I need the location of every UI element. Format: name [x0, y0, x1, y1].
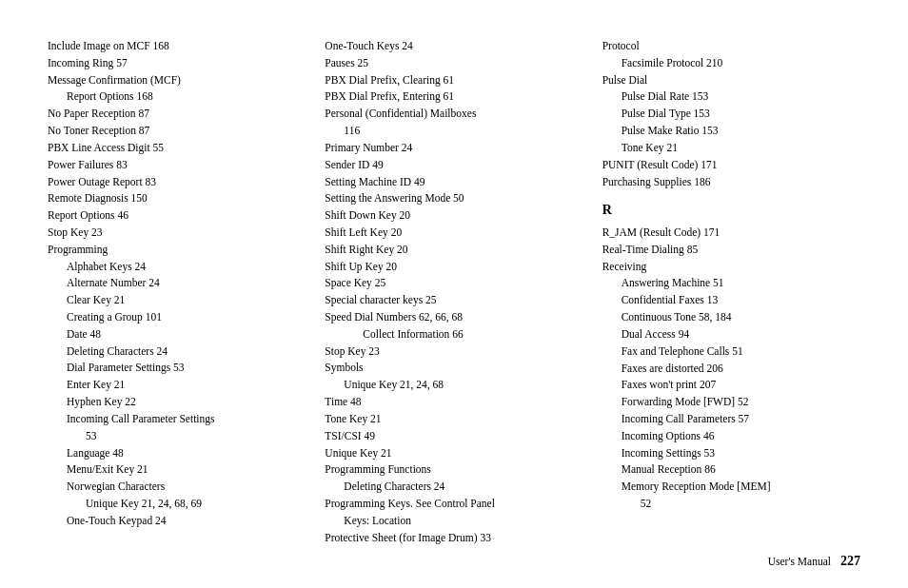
index-entry: Clear Key 21 [48, 292, 306, 309]
index-entry: Language 48 [48, 445, 306, 462]
column-1: Include Image on MCF 168Incoming Ring 57… [48, 38, 325, 502]
index-entry: 52 [602, 496, 860, 513]
index-entry: Time 48 [325, 394, 582, 411]
index-entry: No Paper Reception 87 [48, 106, 306, 123]
index-entry: Space Key 25 [325, 275, 582, 292]
index-entry: No Toner Reception 87 [48, 123, 306, 140]
index-entry: Shift Down Key 20 [325, 207, 582, 225]
index-entry: Incoming Call Parameter Settings [48, 411, 306, 428]
index-entry: PBX Dial Prefix, Clearing 61 [325, 72, 582, 89]
index-entry: Fax and Telephone Calls 51 [602, 343, 860, 361]
index-entry: Confidential Faxes 13 [602, 292, 860, 309]
index-entry: Programming [48, 242, 306, 259]
index-entry: Special character keys 25 [325, 292, 582, 309]
index-entry: Stop Key 23 [325, 343, 582, 361]
index-entry: Report Options 168 [48, 88, 306, 106]
index-entry: Speed Dial Numbers 62, 66, 68 [325, 309, 582, 326]
footer-manual-label: User's Manual [768, 556, 831, 567]
index-entry: Answering Machine 51 [602, 275, 860, 292]
index-entry: Report Options 46 [48, 207, 306, 225]
index-entry: Programming Functions [325, 461, 582, 479]
index-entry: One-Touch Keys 24 [325, 38, 582, 55]
index-entry: Include Image on MCF 168 [48, 38, 306, 55]
index-entry: Stop Key 23 [48, 225, 306, 242]
index-entry: Remote Diagnosis 150 [48, 190, 306, 207]
index-entry: Message Confirmation (MCF) [48, 72, 306, 89]
index-entry: Alphabet Keys 24 [48, 259, 306, 276]
index-entry: Pauses 25 [325, 55, 582, 72]
index-entry: Power Failures 83 [48, 157, 306, 174]
index-entry: Deleting Characters 24 [48, 343, 306, 361]
index-entry: 116 [325, 123, 582, 140]
index-entry: Forwarding Mode [FWD] 52 [602, 394, 860, 411]
column-2: One-Touch Keys 24Pauses 25PBX Dial Prefi… [325, 38, 602, 502]
index-entry: Deleting Characters 24 [325, 479, 582, 496]
index-entry: Shift Left Key 20 [325, 225, 582, 242]
index-entry: Alternate Number 24 [48, 275, 306, 292]
index-entry: Personal (Confidential) Mailboxes [325, 106, 582, 123]
index-entry: Manual Reception 86 [602, 461, 860, 479]
index-entry: R_JAM (Result Code) 171 [602, 225, 860, 242]
index-entry: Setting the Answering Mode 50 [325, 190, 582, 207]
index-entry: Continuous Tone 58, 184 [602, 309, 860, 326]
index-entry: Pulse Dial Rate 153 [602, 88, 860, 106]
index-entry: Date 48 [48, 326, 306, 343]
index-entry: Protective Sheet (for Image Drum) 33 [325, 530, 582, 547]
content-area: Include Image on MCF 168Incoming Ring 57… [48, 38, 860, 502]
index-entry: Tone Key 21 [602, 140, 860, 157]
index-entry: Purchasing Supplies 186 [602, 174, 860, 191]
index-entry: Pulse Make Ratio 153 [602, 123, 860, 140]
index-entry: Tone Key 21 [325, 411, 582, 428]
index-entry: Shift Right Key 20 [325, 242, 582, 259]
index-entry: Primary Number 24 [325, 140, 582, 157]
index-entry: Keys: Location [325, 513, 582, 530]
index-entry: Pulse Dial Type 153 [602, 106, 860, 123]
footer-page-number: 227 [840, 554, 860, 569]
index-entry: Dial Parameter Settings 53 [48, 360, 306, 377]
index-entry: Faxes are distorted 206 [602, 361, 860, 378]
index-entry: 53 [48, 428, 306, 445]
index-entry: Collect Information 66 [325, 326, 582, 343]
index-entry: Incoming Call Parameters 57 [602, 411, 860, 428]
index-entry: TSI/CSI 49 [325, 428, 582, 445]
index-entry: Dual Access 94 [602, 326, 860, 343]
index-entry: Hyphen Key 22 [48, 394, 306, 411]
index-entry: PBX Line Access Digit 55 [48, 140, 306, 157]
index-entry: Receiving [602, 259, 860, 276]
index-entry: Menu/Exit Key 21 [48, 461, 306, 479]
index-entry: Enter Key 21 [48, 377, 306, 394]
index-entry: Unique Key 21 [325, 445, 582, 462]
index-entry: Real-Time Dialing 85 [602, 242, 860, 259]
index-entry: Programming Keys. See Control Panel [325, 496, 582, 513]
index-entry: Incoming Ring 57 [48, 55, 306, 72]
index-entry: Sender ID 49 [325, 157, 582, 174]
index-entry: Power Outage Report 83 [48, 174, 306, 191]
index-entry: PUNIT (Result Code) 171 [602, 157, 860, 174]
index-entry: Pulse Dial [602, 72, 860, 89]
section-heading: R [602, 200, 860, 221]
index-entry: Setting Machine ID 49 [325, 174, 582, 191]
index-entry: One-Touch Keypad 24 [48, 513, 306, 530]
index-entry: Facsimile Protocol 210 [602, 55, 860, 72]
index-entry: Shift Up Key 20 [325, 259, 582, 276]
column-3: ProtocolFacsimile Protocol 210Pulse Dial… [602, 38, 860, 502]
footer: User's Manual 227 [768, 554, 860, 569]
index-entry: Unique Key 21, 24, 68 [325, 377, 582, 394]
index-entry: Incoming Options 46 [602, 428, 860, 445]
index-entry: Protocol [602, 38, 860, 55]
index-entry: Faxes won't print 207 [602, 377, 860, 394]
index-entry: Incoming Settings 53 [602, 445, 860, 462]
index-entry: Symbols [325, 360, 582, 377]
index-entry: PBX Dial Prefix, Entering 61 [325, 88, 582, 106]
page-container: Include Image on MCF 168Incoming Ring 57… [0, 0, 908, 588]
index-entry: Creating a Group 101 [48, 309, 306, 326]
index-entry: Norwegian Characters [48, 479, 306, 496]
index-entry: Memory Reception Mode [MEM] [602, 479, 860, 496]
index-entry: Unique Key 21, 24, 68, 69 [48, 496, 306, 513]
